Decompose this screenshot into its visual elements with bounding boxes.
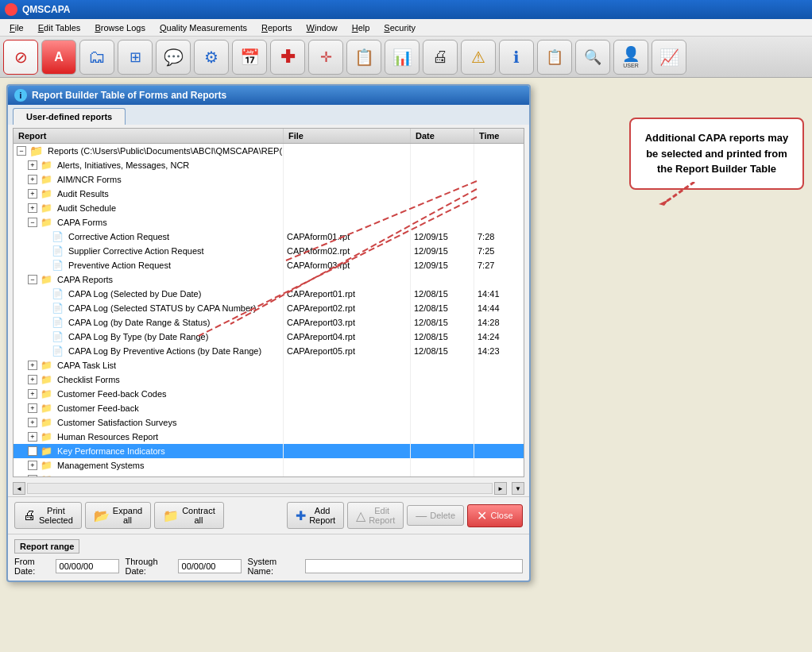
menu-edit-tables[interactable]: Edit Tables — [32, 21, 87, 34]
tree-row[interactable]: 📄Preventive Action RequestCAPAform03.rpt… — [14, 258, 524, 272]
tree-row[interactable]: 📄Corrective Action RequestCAPAform01.rpt… — [14, 230, 524, 244]
row-time — [474, 458, 524, 473]
expand-collapse-icon[interactable]: + — [28, 189, 37, 199]
chart-button[interactable]: 📊 — [385, 40, 420, 75]
tab-user-defined-reports[interactable]: User-defined reports — [13, 108, 126, 125]
tree-row[interactable]: +📁Human Resources Report — [14, 430, 524, 444]
tree-row[interactable]: +📁Checklist Forms — [14, 372, 524, 387]
from-date-input[interactable] — [56, 559, 119, 573]
menu-window[interactable]: Window — [300, 21, 344, 34]
tree-row[interactable]: +📁Customer Feed-back Codes — [14, 387, 524, 401]
close-button[interactable]: ✕ Close — [467, 504, 523, 527]
print-selected-button[interactable]: 🖨 Print Selected — [14, 502, 82, 529]
tree-row[interactable]: 📄CAPA Log (by Date Range & Status)CAPAre… — [14, 315, 524, 330]
row-time — [474, 401, 524, 415]
tree-row[interactable]: +📁AIM/NCR Forms — [14, 172, 524, 187]
delete-button[interactable]: — Delete — [407, 505, 464, 526]
tree-table[interactable]: Report File Date Time −📁Reports (C:\User… — [13, 128, 524, 477]
no-button[interactable]: ⊘ — [3, 40, 38, 75]
expand-collapse-icon[interactable]: + — [28, 175, 37, 184]
tree-row[interactable]: 📄CAPA Log By Preventive Actions (by Date… — [14, 344, 524, 358]
tree-row[interactable]: +📁Audit Results — [14, 187, 524, 201]
expand-collapse-icon[interactable]: − — [17, 146, 26, 156]
menu-security[interactable]: Security — [377, 21, 422, 34]
row-label: Audit Results — [57, 189, 109, 199]
network-button[interactable]: ⊞ — [118, 40, 153, 75]
menu-file[interactable]: File — [3, 21, 30, 34]
tree-row[interactable]: +📁Customer Satisfaction Surveys — [14, 415, 524, 430]
tree-row[interactable]: +📁Audit Schedule — [14, 201, 524, 215]
tree-header: Report File Date Time — [14, 129, 524, 144]
tab-bar: User-defined reports — [8, 105, 529, 125]
menu-help[interactable]: Help — [346, 21, 377, 34]
expand-collapse-icon[interactable]: + — [28, 389, 37, 399]
tree-row[interactable]: +📁Master Documents List — [14, 473, 524, 477]
sysname-input[interactable] — [305, 559, 523, 573]
row-file — [284, 144, 411, 158]
expand-collapse-icon[interactable]: + — [28, 432, 37, 442]
expand-collapse-icon[interactable]: + — [28, 475, 37, 477]
tree-row[interactable]: 📄Supplier Corrective Action RequestCAPAf… — [14, 244, 524, 258]
row-file — [284, 430, 411, 444]
chat-button[interactable]: 💬 — [156, 40, 191, 75]
tree-row[interactable]: −📁CAPA Forms — [14, 215, 524, 230]
scroll-right-btn[interactable]: ► — [494, 482, 507, 495]
horizontal-scroll[interactable]: ◄ ► ▼ — [8, 480, 529, 496]
expand-collapse-icon[interactable]: + — [28, 461, 37, 470]
expand-collapse-icon[interactable]: − — [28, 218, 37, 227]
tree-row[interactable]: 📄CAPA Log (Selected by Due Date)CAPArepo… — [14, 287, 524, 301]
settings-button[interactable]: ⚙ — [194, 40, 229, 75]
calendar-button[interactable]: 📅 — [232, 40, 267, 75]
tree-row[interactable]: +📁Key Performance Indicators — [14, 444, 524, 458]
scroll-track[interactable] — [27, 483, 493, 494]
print-label: Print — [47, 506, 65, 515]
scroll-left-btn[interactable]: ◄ — [13, 482, 25, 495]
tree-row[interactable]: 📄CAPA Log (Selected STATUS by CAPA Numbe… — [14, 301, 524, 315]
expand-all-button[interactable]: 📂 Expand all — [85, 502, 151, 529]
warning-button[interactable]: ⚠ — [461, 40, 496, 75]
scroll-down-btn[interactable]: ▼ — [512, 482, 524, 495]
expand-collapse-icon[interactable]: + — [28, 203, 37, 213]
menu-quality-measurements[interactable]: Quality Measurements — [153, 21, 253, 34]
tree-row[interactable]: 📄CAPA Log By Type (by Date Range)CAPArep… — [14, 330, 524, 344]
tree-row[interactable]: +📁Management Systems — [14, 458, 524, 473]
tree-row[interactable]: +📁Customer Feed-back — [14, 401, 524, 415]
expand-collapse-icon[interactable]: + — [28, 361, 37, 370]
expand-collapse-icon[interactable]: + — [28, 403, 37, 413]
add-report-button[interactable]: ✚ Add Report — [287, 502, 344, 529]
folder-icon: 📁 — [41, 460, 52, 471]
move-button[interactable]: ✛ — [308, 40, 343, 75]
expand-collapse-icon[interactable]: + — [28, 375, 37, 384]
user-button[interactable]: 👤 USER — [613, 40, 648, 75]
menu-bar: File Edit Tables Browse Logs Quality Mea… — [0, 19, 812, 37]
folder-icon: 📁 — [41, 274, 52, 285]
menu-browse-logs[interactable]: Browse Logs — [88, 21, 152, 34]
row-time: 7:27 — [474, 258, 524, 272]
expand-collapse-icon[interactable]: + — [28, 446, 37, 456]
menu-reports[interactable]: Reports — [255, 21, 299, 34]
contract-all-button[interactable]: 📁 Contract all — [154, 502, 224, 529]
expand-collapse-icon[interactable]: + — [28, 160, 37, 170]
adobe-button[interactable]: A — [41, 40, 76, 75]
checklist-button[interactable]: 📋 — [537, 40, 572, 75]
row-time: 14:28 — [474, 315, 524, 330]
notes-button[interactable]: 📋 — [346, 40, 381, 75]
add-button[interactable]: ✚ — [270, 40, 305, 75]
row-label: Master Documents List — [57, 475, 146, 477]
search-button[interactable]: 🔍 — [575, 40, 610, 75]
print-button[interactable]: 🖨 — [423, 40, 458, 75]
close-icon: ✕ — [477, 508, 487, 523]
tree-row[interactable]: −📁CAPA Reports — [14, 272, 524, 287]
info-button[interactable]: ℹ — [499, 40, 534, 75]
expand-collapse-icon[interactable]: − — [28, 275, 37, 284]
folder-button[interactable]: 🗂 — [79, 40, 114, 75]
through-date-input[interactable] — [178, 559, 242, 573]
tree-row[interactable]: +📁Alerts, Initiatives, Messages, NCR — [14, 158, 524, 172]
expand-collapse-icon[interactable]: + — [28, 418, 37, 427]
tree-row[interactable]: +📁CAPA Task List — [14, 358, 524, 372]
edit-report-button[interactable]: △ Edit Report — [347, 502, 404, 529]
stats-button[interactable]: 📈 — [652, 40, 686, 75]
tree-row[interactable]: −📁Reports (C:\Users\Public\Documents\ABC… — [14, 144, 524, 158]
row-label: Audit Schedule — [57, 203, 116, 213]
row-time — [474, 415, 524, 430]
